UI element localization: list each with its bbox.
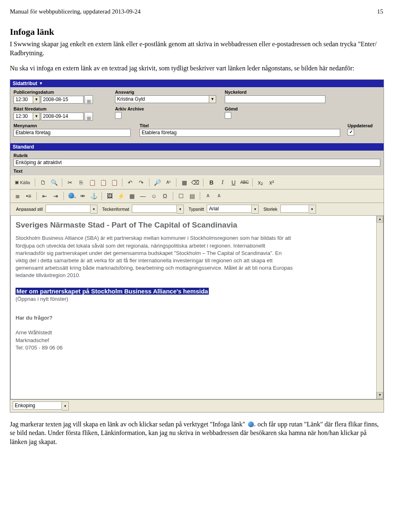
separator [102,192,102,200]
smiley-icon[interactable]: ☺ [149,191,159,201]
paste-text-icon[interactable]: 📋 [98,178,108,187]
editor-note: (Öppnas i nytt fönster) [16,296,68,302]
calendar-icon[interactable]: ▦ [84,95,93,104]
outdent-icon[interactable]: ⇤ [40,191,50,201]
flash-icon[interactable]: ⚡ [116,191,126,201]
anchor-icon[interactable]: ⚓ [89,191,99,201]
paste-icon[interactable]: 📋 [87,178,97,187]
bullet-list-icon[interactable]: •≡ [24,191,34,201]
titel-field[interactable]: Etablera företag [140,129,340,137]
panel-standard-header[interactable]: Standard [10,143,384,151]
separator [200,192,200,200]
chevron-down-icon: ▼ [209,95,216,103]
text-color-icon[interactable]: A [203,191,213,201]
editor-question: Har du frågor? [16,314,370,322]
form-icon[interactable]: ☐ [176,191,186,201]
source-button[interactable]: ▣Källa [13,178,32,187]
arkiv-checkbox[interactable] [115,112,122,119]
bastfore-label: Bäst föredatum [14,106,108,111]
replace-icon[interactable]: Aᵇ [163,178,173,187]
separator [176,178,176,187]
separator [122,178,122,187]
outro-para: Jag markerar texten jag vill skapa en lä… [10,420,383,446]
select-all-icon[interactable]: ▦ [179,178,189,187]
size-select[interactable] [280,205,309,213]
font-label: Typsnitt [188,207,204,212]
unlink-icon[interactable]: ⚮ [78,191,88,201]
link-icon[interactable]: ⚯ [67,191,77,201]
bastfore-time-value: 12:30 [14,113,33,120]
hr-icon[interactable]: — [138,191,148,201]
editor-bottom-bar: Enkoping ▾ [10,399,384,412]
pubdate-time-select[interactable]: 12:30 ▼ [14,96,40,104]
tag-select[interactable]: Enkoping [13,401,62,410]
gomd-checkbox[interactable] [225,112,231,119]
chevron-down-icon: ▼ [33,113,40,120]
undo-icon[interactable]: ↶ [125,178,135,187]
ansvarig-label: Ansvarig [115,90,217,95]
editor-content-area[interactable]: ▲ ▼ Sveriges Närmaste Stad - Part of The… [10,216,384,399]
custom-style-select[interactable] [45,205,90,213]
selected-link-text: Mer om partnerskapet på Stockholm Busine… [16,288,209,295]
page-number: 15 [377,8,383,15]
separator [173,192,173,200]
charfmt-select[interactable] [132,205,177,213]
nyckel-field[interactable] [225,95,325,103]
meny-field[interactable]: Etablera företag [14,129,131,137]
table-icon[interactable]: ▦ [127,191,137,201]
titel-label: Titel [140,123,340,128]
special-char-icon[interactable]: Ω [160,191,170,201]
separator [203,178,203,187]
chevron-down-icon: ▾ [62,401,69,410]
panel-sidattribut-header[interactable]: Sidattribut ▼ [10,80,384,87]
template-icon[interactable]: ▤ [187,191,197,201]
preview-icon[interactable]: 🔍 [49,178,59,187]
bastfore-time-select[interactable]: 12:30 ▼ [14,113,40,120]
calendar-icon[interactable]: ▦ [84,112,93,121]
cut-icon[interactable]: ✂ [65,178,75,187]
contact-name: Arne Wåhlstedt [16,329,370,336]
paste-word-icon[interactable]: 📋 [109,178,119,187]
uppdaterad-checkbox[interactable]: ✓ [348,129,354,135]
scrollbar[interactable]: ▲ ▼ [376,216,383,399]
rubrik-label: Rubrik [14,153,380,158]
redo-icon[interactable]: ↷ [136,178,146,187]
text-label: Text [14,169,23,174]
chevron-down-icon: ▾ [90,205,97,214]
superscript-icon[interactable]: x² [267,178,276,187]
find-icon[interactable]: 🔎 [152,178,162,187]
ansvarig-select[interactable]: Kristina Gyld ▼ [115,95,217,103]
nyckel-label: Nyckelord [225,90,327,95]
italic-icon[interactable]: I [217,178,227,187]
panel-standard-label: Standard [13,144,34,150]
pubdate-date-field[interactable]: 2008-08-15 [41,96,84,104]
intro-para-1: I Swwwing skapar jag enkelt en extern lä… [10,40,383,57]
section-title: Infoga länk [10,27,383,37]
strike-icon[interactable]: ABC [239,178,249,187]
separator [36,192,37,200]
chevron-down-icon: ▾ [177,205,184,214]
copy-icon[interactable]: ⎘ [76,178,86,187]
ansvarig-value: Kristina Gyld [115,95,209,103]
underline-icon[interactable]: U [228,178,238,187]
link-icon: ⚯ [248,422,255,428]
panel-standard-body: Rubrik Enköping är attraktivt Text [10,151,384,176]
numbered-list-icon[interactable]: ≣ [13,191,23,201]
new-doc-icon[interactable]: 🗋 [38,178,48,187]
editor-heading: Sveriges Närmaste Stad - Part of The Cap… [16,220,370,231]
separator [62,178,62,187]
remove-format-icon[interactable]: ⌫ [190,178,200,187]
panel-sidattribut-body: Publiceringsdatum 12:30 ▼ 2008-08-15 ▦ A… [10,87,384,143]
editor-toolbar-2: ≣ •≡ ⇤ ⇥ ⚯ ⚮ ⚓ 🖼 ⚡ ▦ — ☺ Ω ☐ ▤ A A [10,189,384,203]
separator [63,192,64,200]
bastfore-date-field[interactable]: 2008-09-14 [41,113,84,120]
rubrik-field[interactable]: Enköping är attraktivt [14,159,380,167]
scroll-up-icon[interactable]: ▲ [377,216,383,223]
font-select[interactable]: Arial [207,205,252,213]
indent-icon[interactable]: ⇥ [51,191,61,201]
bold-icon[interactable]: B [206,178,216,187]
scroll-down-icon[interactable]: ▼ [377,392,383,399]
image-icon[interactable]: 🖼 [105,191,115,201]
bg-color-icon[interactable]: A [214,191,224,201]
subscript-icon[interactable]: x₂ [255,178,265,187]
